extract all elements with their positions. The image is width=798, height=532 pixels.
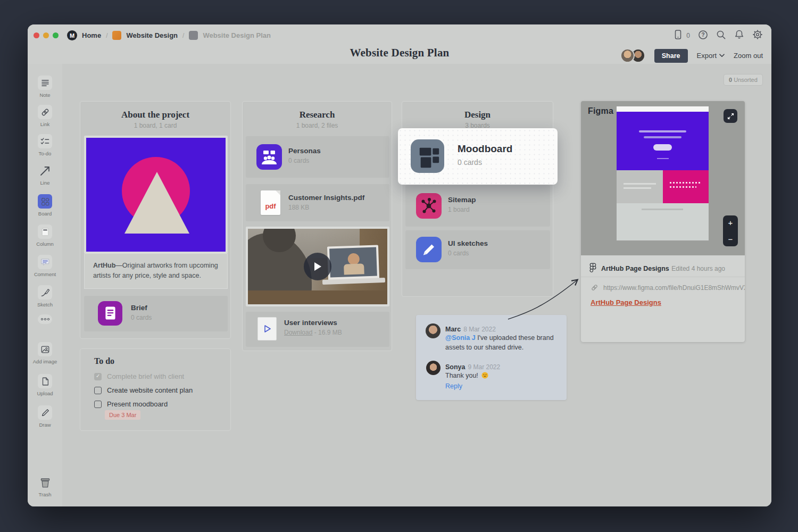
zoom-in-button[interactable]: + xyxy=(728,219,733,227)
ui-sketches-board-icon xyxy=(416,237,442,262)
file-row-pdf[interactable]: pdf Customer Insights.pdf 188 KB xyxy=(246,184,389,221)
search-icon[interactable] xyxy=(716,30,726,42)
app-logo-icon[interactable]: M xyxy=(67,30,77,40)
figma-card-footer: ArtHub Page Designs Edited 4 hours ago h… xyxy=(581,255,745,342)
sidebar-item-column[interactable]: Column xyxy=(28,225,62,247)
board-row-personas[interactable]: Personas 0 cards xyxy=(246,136,389,178)
video-thumbnail xyxy=(248,229,387,304)
expand-arrows-icon xyxy=(727,113,734,120)
zoom-out-button[interactable]: − xyxy=(728,235,733,243)
expand-button[interactable] xyxy=(724,109,737,123)
download-link[interactable]: Download xyxy=(284,329,312,336)
figma-url[interactable]: https://www.figma.com/file/hDnuiG1E8mShW… xyxy=(603,284,745,292)
board-row-meta: 0 cards xyxy=(458,158,482,167)
due-date-badge: Due 3 Mar xyxy=(105,410,140,420)
board-row-meta: 0 cards xyxy=(288,157,321,164)
note-icon xyxy=(38,76,52,90)
todo-card[interactable]: To do Complete brief with client Create … xyxy=(80,348,231,431)
todo-checklist-icon xyxy=(38,134,52,148)
app-window: M Home / Website Design / Website Design… xyxy=(28,24,771,506)
board-row-meta: 0 cards xyxy=(131,314,152,321)
sidebar-item-note[interactable]: Note xyxy=(28,76,62,98)
todo-item[interactable]: Complete brief with client xyxy=(94,372,184,380)
breadcrumb-board[interactable]: Website Design xyxy=(126,31,178,39)
board-row-label: Sitemap xyxy=(448,196,476,204)
topbar-icon-group: 0 ? xyxy=(673,29,763,42)
trash-icon xyxy=(38,475,52,489)
play-button[interactable] xyxy=(304,253,331,280)
board-row-brief[interactable]: Brief 0 cards xyxy=(84,296,228,331)
settings-gear-icon[interactable] xyxy=(752,29,763,42)
breadcrumb-separator: / xyxy=(182,32,184,39)
sidebar-item-add-image[interactable]: Add image xyxy=(28,342,62,364)
breadcrumb: M Home / Website Design / Website Design… xyxy=(67,30,271,41)
topbar-actions: Share Export Zoom out xyxy=(620,48,763,63)
sidebar-item-upload[interactable]: Upload xyxy=(28,374,62,396)
checkbox[interactable] xyxy=(94,401,102,408)
zoom-out-button[interactable]: Zoom out xyxy=(734,52,763,60)
file-row-label: Customer Insights.pdf xyxy=(288,194,364,202)
sidebar-item-comment[interactable]: Comment xyxy=(28,255,62,277)
avatar[interactable] xyxy=(620,48,635,63)
board-row-meta: 0 cards xyxy=(448,250,488,257)
traffic-minimize-button[interactable] xyxy=(43,32,49,38)
comment-text: @Sonia J I've uploaded these brand asset… xyxy=(445,334,558,352)
breadcrumb-separator: / xyxy=(106,32,107,39)
todo-item[interactable]: Present moodboard xyxy=(94,400,168,408)
sidebar-item-draw[interactable]: Draw xyxy=(28,405,62,428)
file-row-video[interactable]: User interviews Download - 16.9 MB xyxy=(246,312,389,347)
sidebar-item-link[interactable]: Link xyxy=(28,105,62,127)
traffic-zoom-button[interactable] xyxy=(53,32,59,38)
sidebar-item-line[interactable]: Line xyxy=(28,163,62,186)
board-row-sitemap[interactable]: Sitemap 1 board xyxy=(405,185,550,227)
artwork-image xyxy=(86,138,226,252)
file-row-label: User interviews xyxy=(284,319,342,327)
preview-hero-button xyxy=(653,144,672,151)
sidebar-item-more[interactable] xyxy=(28,314,62,324)
figma-logo-icon xyxy=(589,263,596,273)
notifications-bell-icon[interactable] xyxy=(734,29,744,42)
column-research[interactable]: Research 1 board, 2 files Personas 0 car… xyxy=(242,101,392,351)
video-frame xyxy=(246,227,389,306)
sidebar-item-board[interactable]: Board xyxy=(28,194,62,217)
board-row-ui-sketches[interactable]: UI sketches 0 cards xyxy=(405,230,550,269)
figma-doc-link[interactable]: ArtHub Page Designs xyxy=(591,298,661,306)
mobile-icon[interactable] xyxy=(673,29,683,42)
unsorted-badge[interactable]: 0 Unsorted xyxy=(724,74,763,86)
board-row-label: Moodboard xyxy=(458,143,512,155)
avatar-sonya xyxy=(426,361,440,375)
column-icon xyxy=(38,225,52,239)
checkbox[interactable] xyxy=(94,387,102,394)
sidebar-item-sketch[interactable]: Sketch xyxy=(28,285,62,307)
todo-item[interactable]: Create website content plan xyxy=(94,386,193,394)
brief-board-icon xyxy=(98,301,122,326)
board-row-moodboard-hover[interactable]: Moodboard 0 cards xyxy=(398,128,558,185)
file-row-meta: 188 KB xyxy=(288,204,364,211)
board-row-meta: 1 board xyxy=(448,206,476,213)
column-about-the-project[interactable]: About the project 1 board, 1 card ArtHub… xyxy=(80,101,231,339)
comment-thread-card[interactable]: Marc8 Mar 2022 @Sonia J I've uploaded th… xyxy=(416,315,567,400)
image-card[interactable]: ArtHub—Original artworks from upcoming a… xyxy=(84,136,228,289)
board-row-label: Personas xyxy=(288,147,321,155)
image-frame xyxy=(84,136,228,254)
image-caption[interactable]: ArtHub—Original artworks from upcoming a… xyxy=(84,254,228,289)
checkbox[interactable] xyxy=(94,373,102,380)
video-card[interactable] xyxy=(246,227,389,306)
file-row-meta: Download - 16.9 MB xyxy=(284,329,342,336)
link-icon xyxy=(38,105,52,119)
breadcrumb-home[interactable]: Home xyxy=(82,31,101,39)
column-title: About the project xyxy=(80,110,230,120)
board-thumbnail-icon[interactable] xyxy=(112,31,121,40)
board-icon xyxy=(38,194,52,209)
traffic-close-button[interactable] xyxy=(34,32,39,38)
share-button[interactable]: Share xyxy=(654,49,688,63)
collaborator-avatars[interactable] xyxy=(620,48,645,63)
help-icon[interactable]: ? xyxy=(698,30,708,42)
export-button[interactable]: Export xyxy=(697,52,725,60)
figma-embed-card[interactable]: Figma + − xyxy=(581,101,745,342)
comment-author: Marc xyxy=(445,326,461,333)
reply-link[interactable]: Reply xyxy=(445,383,462,390)
sidebar-item-todo[interactable]: To-do xyxy=(28,134,62,156)
sidebar-item-trash[interactable]: Trash xyxy=(28,475,62,497)
mention-link[interactable]: @Sonia J xyxy=(445,334,476,342)
